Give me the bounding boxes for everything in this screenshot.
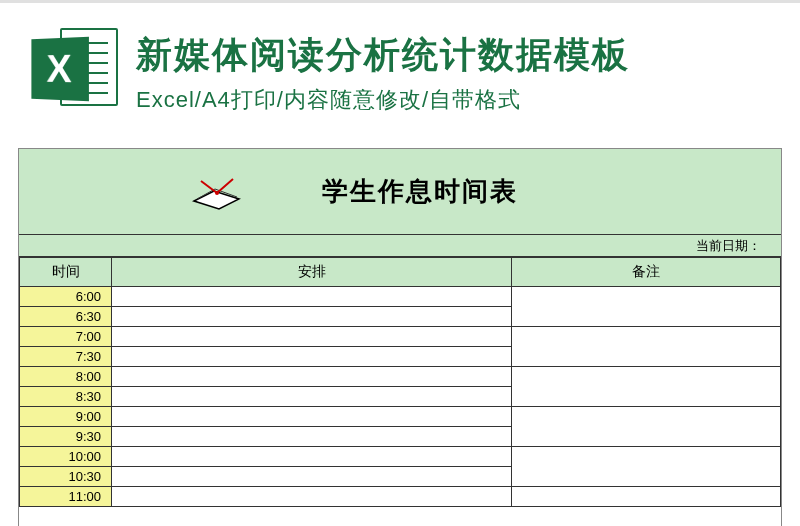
table-row: 9:00 xyxy=(20,407,781,427)
table-row: 6:00 xyxy=(20,287,781,307)
arrangement-cell xyxy=(112,287,512,307)
arrangement-cell xyxy=(112,427,512,447)
arrangement-cell xyxy=(112,487,512,507)
excel-icon-letter: X xyxy=(47,47,72,91)
page-header: X 新媒体阅读分析统计数据模板 Excel/A4打印/内容随意修改/自带格式 xyxy=(0,0,800,136)
sheet-title: 学生作息时间表 xyxy=(322,174,518,209)
arrangement-cell xyxy=(112,387,512,407)
table-row: 7:00 xyxy=(20,327,781,347)
excel-icon: X xyxy=(30,28,118,116)
column-header-remark: 备注 xyxy=(512,258,781,287)
time-cell: 10:30 xyxy=(20,467,112,487)
schedule-table: 时间 安排 备注 6:00 6:30 7:00 xyxy=(19,257,781,507)
time-cell: 7:30 xyxy=(20,347,112,367)
table-row: 8:00 xyxy=(20,367,781,387)
time-cell: 9:30 xyxy=(20,427,112,447)
remark-cell xyxy=(512,487,781,507)
table-row: 11:00 xyxy=(20,487,781,507)
arrangement-cell xyxy=(112,447,512,467)
time-cell: 7:00 xyxy=(20,327,112,347)
time-cell: 10:00 xyxy=(20,447,112,467)
time-cell: 6:30 xyxy=(20,307,112,327)
remark-cell xyxy=(512,447,781,487)
arrangement-cell xyxy=(112,307,512,327)
column-header-time: 时间 xyxy=(20,258,112,287)
remark-cell xyxy=(512,367,781,407)
column-header-arrangement: 安排 xyxy=(112,258,512,287)
arrangement-cell xyxy=(112,407,512,427)
svg-point-0 xyxy=(215,191,219,195)
spreadsheet-preview: 学生作息时间表 当前日期： 时间 安排 备注 6:00 6:30 xyxy=(18,148,782,526)
arrangement-cell xyxy=(112,367,512,387)
arrangement-cell xyxy=(112,467,512,487)
time-cell: 9:00 xyxy=(20,407,112,427)
arrangement-cell xyxy=(112,347,512,367)
sheet-header: 学生作息时间表 xyxy=(19,149,781,235)
remark-cell xyxy=(512,327,781,367)
book-decoration-icon xyxy=(189,171,245,213)
current-date-label: 当前日期： xyxy=(19,235,781,257)
page-subtitle: Excel/A4打印/内容随意修改/自带格式 xyxy=(136,85,770,115)
time-cell: 11:00 xyxy=(20,487,112,507)
remark-cell xyxy=(512,407,781,447)
arrangement-cell xyxy=(112,327,512,347)
time-cell: 8:30 xyxy=(20,387,112,407)
time-cell: 6:00 xyxy=(20,287,112,307)
remark-cell xyxy=(512,287,781,327)
table-row: 10:00 xyxy=(20,447,781,467)
time-cell: 8:00 xyxy=(20,367,112,387)
page-title: 新媒体阅读分析统计数据模板 xyxy=(136,32,770,79)
